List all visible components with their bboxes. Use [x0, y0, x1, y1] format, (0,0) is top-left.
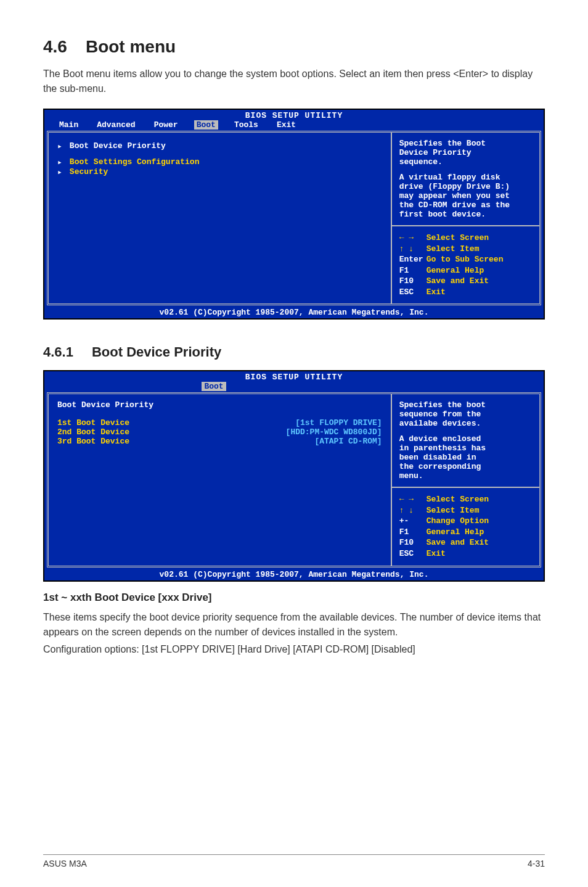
help-line: Device Priority [399, 148, 532, 157]
subsection-number: 4.6.1 [43, 344, 73, 360]
key-desc: General Help [427, 527, 484, 537]
help-line: Specifies the boot [399, 400, 532, 410]
help-line: been disabled in [399, 453, 532, 462]
key-desc: Save and Exit [427, 276, 489, 286]
key-label: ESC [399, 548, 427, 559]
bios-help-panel: Specifies the boot sequence from the ava… [392, 394, 539, 488]
menu-label: Boot Device Priority [70, 141, 166, 151]
field-paragraph-1: These items specify the boot device prio… [43, 610, 545, 640]
help-line: A virtual floppy disk [399, 173, 532, 182]
field-paragraph-2: Configuration options: [1st FLOPPY DRIVE… [43, 642, 545, 657]
bios-keys-panel: ← →Select Screen ↑ ↓Select Item +-Change… [392, 488, 539, 565]
page-footer: ASUS M3A 4-31 [43, 854, 545, 868]
menu-item-boot-settings-config[interactable]: ▸ Boot Settings Configuration [57, 157, 382, 167]
menu-item-boot-device-priority[interactable]: ▸ Boot Device Priority [57, 141, 382, 151]
help-line: Specifies the Boot [399, 139, 532, 148]
boot-device-row-3[interactable]: 3rd Boot Device [ATAPI CD-ROM] [57, 437, 382, 446]
row-value: [HDD:PM-WDC WD800JD] [261, 427, 382, 437]
help-line: first boot device. [399, 210, 532, 219]
section-number: 4.6 [43, 37, 67, 56]
subsection-title: Boot Device Priority [92, 344, 221, 360]
row-label: 3rd Boot Device [57, 437, 129, 446]
tab-power[interactable]: Power [152, 120, 181, 130]
key-desc: Exit [427, 549, 446, 558]
panel-header: Boot Device Priority [57, 400, 382, 410]
menu-label: Boot Settings Configuration [70, 157, 200, 167]
bios-left-panel: Boot Device Priority 1st Boot Device [1s… [49, 394, 392, 565]
boot-device-row-2[interactable]: 2nd Boot Device [HDD:PM-WDC WD800JD] [57, 427, 382, 437]
boot-device-row-1[interactable]: 1st Boot Device [1st FLOPPY DRIVE] [57, 418, 382, 427]
key-desc: Select Item [427, 506, 480, 515]
tab-advanced[interactable]: Advanced [94, 120, 137, 130]
submenu-arrow-icon: ▸ [57, 141, 62, 151]
key-label: F1 [399, 265, 427, 276]
tab-boot[interactable]: Boot [194, 120, 218, 130]
section-intro: The Boot menu items allow you to change … [43, 67, 545, 96]
bios-menubar: Boot [44, 382, 544, 392]
help-line: the corresponding [399, 462, 532, 471]
key-label: F1 [399, 527, 427, 538]
key-desc: Save and Exit [427, 538, 489, 547]
tab-tools[interactable]: Tools [232, 120, 261, 130]
help-line: drive (Floppy Drive B:) [399, 182, 532, 191]
bios-help-panel: Specifies the Boot Device Priority seque… [392, 133, 539, 226]
menu-item-security[interactable]: ▸ Security [57, 167, 382, 177]
key-desc: Exit [427, 287, 446, 297]
help-line: A device enclosed [399, 434, 532, 444]
bios-screenshot-boot-menu: BIOS SETUP UTILITY Main Advanced Power B… [43, 109, 545, 320]
row-value: [ATAPI CD-ROM] [290, 437, 382, 446]
key-desc: General Help [427, 266, 484, 275]
section-title: Boot menu [86, 37, 176, 56]
footer-product: ASUS M3A [43, 859, 87, 868]
bios-title: BIOS SETUP UTILITY [44, 110, 544, 120]
key-label: ESC [399, 287, 427, 298]
key-label: Enter [399, 254, 427, 265]
help-line: availabe devices. [399, 419, 532, 428]
panel-header-text: Boot Device Priority [57, 400, 153, 410]
help-line: sequence from the [399, 410, 532, 419]
key-label: F10 [399, 537, 427, 548]
row-value: [1st FLOPPY DRIVE] [271, 418, 382, 427]
tab-main[interactable]: Main [57, 120, 81, 130]
arrow-lr-icon: ← → [399, 233, 427, 244]
bios-title: BIOS SETUP UTILITY [44, 371, 544, 382]
tab-exit[interactable]: Exit [274, 120, 298, 130]
bios-keys-panel: ← →Select Screen ↑ ↓Select Item EnterGo … [392, 226, 539, 303]
footer-page-number: 4-31 [528, 859, 545, 868]
key-desc: Select Screen [427, 495, 489, 504]
help-line: menu. [399, 471, 532, 481]
bios-left-panel: ▸ Boot Device Priority ▸ Boot Settings C… [49, 133, 392, 303]
row-label: 1st Boot Device [57, 418, 129, 427]
bios-copyright: v02.61 (C)Copyright 1985-2007, American … [44, 569, 544, 580]
key-desc: Change Option [427, 516, 489, 526]
section-heading: 4.6Boot menu [43, 37, 545, 57]
menu-label: Security [70, 167, 108, 177]
submenu-arrow-icon: ▸ [57, 157, 62, 167]
submenu-arrow-icon: ▸ [57, 167, 62, 177]
help-line: in parenthesis has [399, 444, 532, 453]
arrow-lr-icon: ← → [399, 494, 427, 505]
key-label: F10 [399, 276, 427, 287]
key-desc: Select Screen [427, 233, 489, 242]
tab-boot[interactable]: Boot [202, 382, 226, 391]
key-desc: Select Item [427, 244, 480, 254]
help-line: sequence. [399, 157, 532, 167]
key-desc: Go to Sub Screen [427, 255, 504, 264]
help-line: the CD-ROM drive as the [399, 200, 532, 210]
help-line: may appear when you set [399, 191, 532, 200]
row-label: 2nd Boot Device [57, 427, 129, 437]
subsection-heading: 4.6.1Boot Device Priority [43, 344, 545, 360]
field-heading: 1st ~ xxth Boot Device [xxx Drive] [43, 592, 545, 604]
bios-menubar: Main Advanced Power Boot Tools Exit [44, 120, 544, 131]
arrow-ud-icon: ↑ ↓ [399, 505, 427, 516]
arrow-ud-icon: ↑ ↓ [399, 244, 427, 255]
bios-copyright: v02.61 (C)Copyright 1985-2007, American … [44, 307, 544, 318]
bios-screenshot-boot-device-priority: BIOS SETUP UTILITY Boot Boot Device Prio… [43, 370, 545, 581]
key-label: +- [399, 516, 427, 527]
